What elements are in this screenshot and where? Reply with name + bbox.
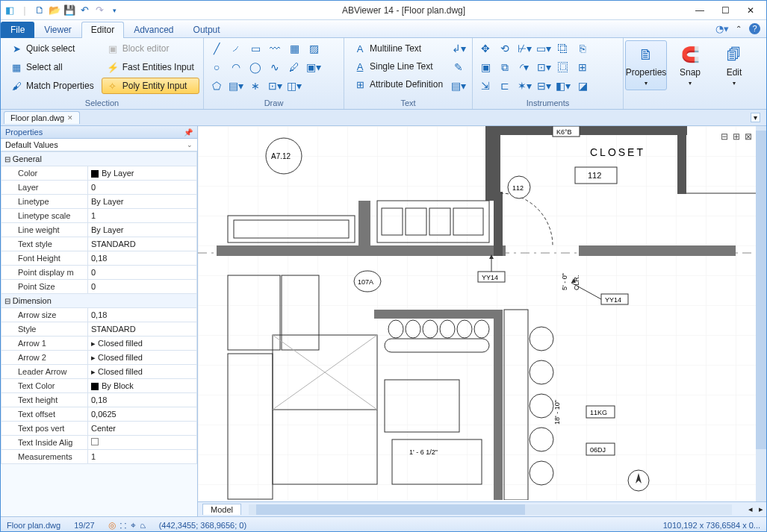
sb-icon-4[interactable]: ⏢: [140, 520, 146, 531]
prop-to[interactable]: 0,0625: [88, 407, 197, 422]
document-tab[interactable]: Floor plan.dwg✕: [4, 111, 80, 124]
fast-entities-button[interactable]: ⚡Fast Entities Input: [102, 59, 199, 75]
properties-panel-button[interactable]: 🗎Properties▾: [625, 40, 667, 90]
multiline-text-button[interactable]: AMultiline Text: [349, 40, 448, 57]
prop-linetype[interactable]: By Layer: [88, 195, 197, 209]
sb-icon-2[interactable]: ⸬: [120, 520, 126, 531]
move-icon[interactable]: ✥: [477, 40, 494, 57]
open-icon[interactable]: 📂: [49, 4, 60, 16]
shape2-icon[interactable]: ▨: [305, 40, 322, 57]
prop-tpv[interactable]: Center: [88, 422, 197, 436]
edit-button[interactable]: 🗐Edit▾: [713, 40, 755, 90]
single-text-button[interactable]: ASingle Line Text: [349, 58, 448, 75]
zigzag-icon[interactable]: 〰: [267, 40, 283, 57]
prop-pdisp[interactable]: 0: [88, 266, 197, 280]
prop-tstyle[interactable]: STANDARD: [88, 237, 197, 251]
prop-ltscale[interactable]: 1: [88, 209, 197, 223]
prop-a1[interactable]: ▸ Closed filled: [88, 337, 197, 351]
polygon-icon[interactable]: ⬠: [208, 78, 225, 94]
qat-more-icon[interactable]: ▾: [108, 4, 120, 16]
vertical-scrollbar[interactable]: [756, 126, 766, 501]
misc8-icon[interactable]: ⊟▾: [535, 78, 552, 94]
horizontal-scrollbar[interactable]: [249, 504, 732, 515]
scroll-right-icon[interactable]: ▸: [756, 504, 766, 514]
shape1-icon[interactable]: ▦: [286, 40, 302, 57]
cat-dimension[interactable]: Dimension: [1, 294, 197, 308]
menu-advanced[interactable]: Advanced: [124, 22, 183, 38]
sb-icon-3[interactable]: ⌖: [131, 520, 136, 531]
trim-icon[interactable]: ⊬▾: [516, 40, 532, 57]
block2-icon[interactable]: ▣▾: [305, 59, 322, 75]
menu-editor[interactable]: Editor: [81, 22, 124, 38]
explode-icon[interactable]: ✶▾: [516, 78, 532, 94]
prop-psize[interactable]: 0: [88, 280, 197, 294]
prop-layer[interactable]: 0: [88, 181, 197, 195]
ribbon-min-icon[interactable]: ⌃: [733, 22, 745, 34]
match-props-button[interactable]: 🖌Match Properties: [5, 78, 99, 94]
stretch-icon[interactable]: ⇲: [477, 78, 494, 94]
minimize-icon[interactable]: —: [687, 1, 712, 20]
prop-a2[interactable]: ▸ Closed filled: [88, 351, 197, 365]
fillet-icon[interactable]: ◜▾: [516, 59, 532, 75]
undo-icon[interactable]: ↶: [78, 4, 90, 16]
quick-select-button[interactable]: ➤Quick select: [5, 40, 99, 57]
menu-output[interactable]: Output: [184, 22, 230, 38]
pin-icon[interactable]: 📌: [184, 128, 193, 137]
misc6-icon[interactable]: ⊞: [574, 59, 591, 75]
prop-th[interactable]: 0,18: [88, 393, 197, 407]
redo-icon[interactable]: ↷: [93, 4, 105, 16]
ellipse-icon[interactable]: ◯: [247, 59, 264, 75]
prop-fheight[interactable]: 0,18: [88, 251, 197, 266]
arc-icon[interactable]: ◠: [228, 59, 244, 75]
paste-icon[interactable]: ⎘: [574, 40, 591, 57]
cat-general[interactable]: General: [1, 152, 197, 166]
brush2-icon[interactable]: 🖊: [286, 59, 302, 75]
save-icon[interactable]: 💾: [63, 4, 75, 16]
help-icon[interactable]: ?: [749, 23, 760, 34]
mirror-icon[interactable]: ⧉: [497, 59, 513, 75]
attr-def-button[interactable]: ⊞Attribute Definition: [349, 76, 448, 93]
scroll-left-icon[interactable]: ◂: [745, 504, 756, 514]
rect-icon[interactable]: ▭: [247, 40, 264, 57]
misc3-icon[interactable]: ▭▾: [535, 40, 552, 57]
close-icon[interactable]: ✕: [738, 1, 763, 20]
menu-viewer[interactable]: Viewer: [34, 22, 81, 38]
prop-la[interactable]: ▸ Closed filled: [88, 365, 197, 379]
prop-tc[interactable]: By Block: [88, 379, 197, 393]
text-edit-icon[interactable]: ✎: [450, 59, 467, 75]
circle-icon[interactable]: ○: [208, 59, 225, 75]
misc9-icon[interactable]: ◧▾: [555, 78, 571, 94]
prop-lweight[interactable]: By Layer: [88, 223, 197, 237]
spline-icon[interactable]: ∿: [267, 59, 283, 75]
style-icon[interactable]: ◔▾: [716, 22, 728, 34]
prop-style[interactable]: STANDARD: [88, 322, 197, 337]
tabs-more-icon[interactable]: ▾: [751, 113, 760, 122]
offset-icon[interactable]: ⊏: [497, 78, 513, 94]
misc10-icon[interactable]: ◪: [574, 78, 591, 94]
select-all-button[interactable]: ▦Select all: [5, 59, 99, 75]
tab-close-icon[interactable]: ✕: [67, 114, 73, 122]
copy-icon[interactable]: ⿻: [555, 40, 571, 57]
poly-entity-button[interactable]: ✧Poly Entity Input: [102, 78, 199, 94]
misc2-icon[interactable]: ◫▾: [286, 78, 302, 94]
scale-icon[interactable]: ▣: [477, 59, 494, 75]
text-opts-icon[interactable]: ▤▾: [450, 78, 467, 94]
maximize-icon[interactable]: ☐: [712, 1, 738, 20]
polyline-icon[interactable]: ⟋: [228, 40, 244, 57]
snap-button[interactable]: 🧲Snap▾: [669, 40, 711, 90]
point-icon[interactable]: ∗: [247, 78, 264, 94]
drawing-canvas[interactable]: CLOSET 112 K6°B A7.12 107A 112 YY14 YY14…: [198, 126, 766, 516]
align-icon[interactable]: ⿴: [555, 59, 571, 75]
rotate-icon[interactable]: ⟲: [497, 40, 513, 57]
leader-icon[interactable]: ↲▾: [450, 40, 467, 57]
prop-color[interactable]: By Layer: [88, 166, 197, 181]
prop-tia[interactable]: [88, 436, 197, 450]
sb-icon-1[interactable]: ◎: [108, 520, 116, 531]
misc1-icon[interactable]: ⊡▾: [267, 78, 283, 94]
line-icon[interactable]: ╱: [208, 40, 225, 57]
prop-meas[interactable]: 1: [88, 450, 197, 464]
hatch-icon[interactable]: ▤▾: [228, 78, 244, 94]
mode-selector[interactable]: Default Values⌄: [1, 139, 197, 151]
misc5-icon[interactable]: ⊡▾: [535, 59, 552, 75]
menu-file[interactable]: File: [1, 22, 34, 38]
